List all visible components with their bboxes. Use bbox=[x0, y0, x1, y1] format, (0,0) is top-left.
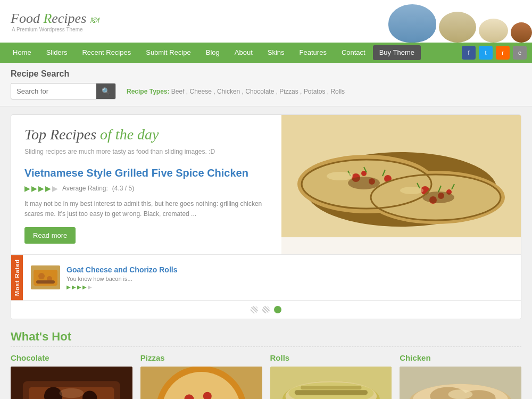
nav-recent-recipes[interactable]: Recent Recipes bbox=[74, 43, 138, 63]
rating-row: ▶ ▶ ▶ ▶ ▶ Average Rating: (4.3 / 5) bbox=[24, 184, 268, 193]
most-rated-stars: ▶ ▶ ▶ ▶ ▶ bbox=[66, 284, 513, 290]
mini-star-2: ▶ bbox=[72, 284, 76, 290]
header-decoration bbox=[388, 0, 532, 43]
recipe-type-potatos[interactable]: Potatos , bbox=[304, 88, 329, 95]
most-rated-recipe-title[interactable]: Goat Cheese and Chorizo Rolls bbox=[66, 265, 513, 274]
featured-recipe-title[interactable]: Vietnamese Style Grilled Five Spice Chic… bbox=[24, 166, 268, 180]
rating-value: (4.3 / 5) bbox=[112, 185, 134, 192]
mini-star-5: ▶ bbox=[88, 284, 92, 290]
search-area: Recipe Search 🔍 Recipe Types: Beef , Che… bbox=[0, 63, 532, 106]
hot-item-chocolate-image[interactable] bbox=[11, 367, 132, 399]
svg-point-57 bbox=[448, 389, 473, 399]
header-food-item bbox=[511, 22, 532, 43]
slider-dot-3[interactable] bbox=[274, 306, 281, 313]
nav-contact[interactable]: Contact bbox=[334, 43, 373, 63]
mini-star-4: ▶ bbox=[82, 284, 87, 290]
svg-rect-51 bbox=[301, 386, 361, 390]
rss-icon[interactable]: r bbox=[496, 46, 510, 60]
hot-item-chocolate-label[interactable]: Chocolate bbox=[11, 353, 132, 362]
hot-item-chicken-image[interactable] bbox=[400, 367, 521, 399]
recipe-type-chocolate[interactable]: Chocolate , bbox=[245, 88, 278, 95]
slider-image-panel bbox=[281, 115, 521, 254]
search-row: 🔍 Recipe Types: Beef , Cheese , Chicken … bbox=[11, 83, 521, 99]
nav-skins[interactable]: Skins bbox=[260, 43, 292, 63]
hot-item-chicken: Chicken bbox=[400, 353, 521, 399]
hot-item-rolls: Rolls bbox=[270, 353, 392, 399]
most-rated-info: Goat Cheese and Chorizo Rolls You know h… bbox=[66, 265, 513, 290]
slider-title-part2: of the day bbox=[100, 126, 159, 143]
search-input[interactable] bbox=[11, 84, 96, 98]
twitter-icon[interactable]: t bbox=[479, 46, 493, 60]
svg-rect-50 bbox=[294, 390, 367, 395]
slider-dot-2[interactable] bbox=[262, 306, 270, 313]
hot-item-rolls-image[interactable] bbox=[270, 367, 392, 399]
svg-point-28 bbox=[38, 273, 45, 279]
nav-features[interactable]: Features bbox=[292, 43, 334, 63]
svg-point-25 bbox=[400, 187, 423, 194]
recipe-type-chicken[interactable]: Chicken , bbox=[217, 88, 244, 95]
header-food-bowl-3 bbox=[479, 19, 508, 43]
search-title: Recipe Search bbox=[11, 69, 521, 79]
nav-about[interactable]: About bbox=[227, 43, 260, 63]
most-rated-thumbnail[interactable] bbox=[31, 265, 60, 289]
recipe-type-pizzas[interactable]: Pizzas , bbox=[279, 88, 302, 95]
header-food-bowl-2 bbox=[439, 12, 476, 43]
main-content: Top Recipes of the day Sliding recipes a… bbox=[0, 106, 532, 399]
hot-item-chocolate: Chocolate bbox=[11, 353, 132, 399]
nav-home[interactable]: Home bbox=[5, 43, 39, 63]
slider-left-panel: Top Recipes of the day Sliding recipes a… bbox=[11, 115, 281, 254]
hot-item-chicken-label[interactable]: Chicken bbox=[400, 353, 521, 362]
star-4: ▶ bbox=[45, 184, 51, 193]
most-rated-desc: You know how bacon is... bbox=[66, 276, 513, 282]
recipe-types-label: Recipe Types: bbox=[127, 88, 169, 95]
top-recipes-slider: Top Recipes of the day Sliding recipes a… bbox=[11, 114, 521, 319]
logo-text: Food Recipes 🍽 bbox=[11, 11, 98, 27]
star-3: ▶ bbox=[38, 184, 44, 193]
slider-pagination bbox=[11, 300, 521, 319]
read-more-button[interactable]: Read more bbox=[24, 227, 76, 244]
recipe-excerpt: It may not be in my best interest to adm… bbox=[24, 199, 268, 219]
nav-buy-theme[interactable]: Buy Theme bbox=[373, 45, 421, 60]
whats-hot-title: What's Hot bbox=[11, 330, 521, 344]
hot-item-pizzas-image[interactable] bbox=[140, 367, 262, 399]
nav-submit-recipe[interactable]: Submit Recipe bbox=[138, 43, 198, 63]
svg-point-24 bbox=[327, 172, 353, 180]
whats-hot-divider bbox=[11, 346, 521, 347]
recipe-types: Recipe Types: Beef , Cheese , Chicken , … bbox=[127, 88, 345, 95]
nav-items: Home Sliders Recent Recipes Submit Recip… bbox=[5, 43, 456, 63]
star-1: ▶ bbox=[24, 184, 30, 193]
hot-item-pizzas: Pizzas bbox=[140, 353, 262, 399]
hot-categories-grid: Chocolate Pizzas bbox=[11, 353, 521, 399]
most-rated-content: Goat Cheese and Chorizo Rolls You know h… bbox=[23, 255, 521, 300]
whats-hot-title-part1: What's bbox=[11, 330, 48, 343]
nav-blog[interactable]: Blog bbox=[198, 43, 227, 63]
hot-item-pizzas-label[interactable]: Pizzas bbox=[140, 353, 262, 362]
search-button[interactable]: 🔍 bbox=[96, 84, 115, 99]
slider-dot-1[interactable] bbox=[251, 306, 258, 313]
most-rated-section: Most Rated Goat Cheese and Chorizo Rolls… bbox=[11, 254, 521, 300]
recipe-main-image bbox=[281, 115, 521, 237]
slider-inner: Top Recipes of the day Sliding recipes a… bbox=[11, 115, 521, 254]
slider-title-part1: Top Recipes bbox=[24, 126, 96, 143]
mini-star-3: ▶ bbox=[77, 284, 81, 290]
header-food-bowl-1 bbox=[388, 4, 436, 43]
rating-label: Average Rating: bbox=[62, 185, 108, 192]
hot-item-rolls-label[interactable]: Rolls bbox=[270, 353, 392, 362]
nav-sliders[interactable]: Sliders bbox=[39, 43, 75, 63]
facebook-icon[interactable]: f bbox=[462, 46, 476, 60]
recipe-type-cheese[interactable]: Cheese , bbox=[190, 88, 215, 95]
recipe-type-beef[interactable]: Beef , bbox=[171, 88, 188, 95]
svg-point-20 bbox=[348, 177, 380, 189]
search-input-wrap: 🔍 bbox=[11, 83, 116, 99]
whats-hot-title-part2: Hot bbox=[52, 330, 71, 343]
mini-star-1: ▶ bbox=[66, 284, 71, 290]
svg-rect-30 bbox=[36, 280, 55, 284]
logo[interactable]: Food Recipes 🍽 A Premium Wordpress Theme bbox=[11, 11, 98, 32]
social-links: f t r e bbox=[456, 46, 527, 60]
star-2: ▶ bbox=[31, 184, 37, 193]
whats-hot-section: What's Hot Chocolate bbox=[11, 330, 521, 399]
recipe-type-rolls[interactable]: Rolls bbox=[330, 88, 345, 95]
svg-point-36 bbox=[60, 388, 84, 398]
email-icon[interactable]: e bbox=[513, 46, 527, 60]
star-5: ▶ bbox=[52, 184, 58, 193]
